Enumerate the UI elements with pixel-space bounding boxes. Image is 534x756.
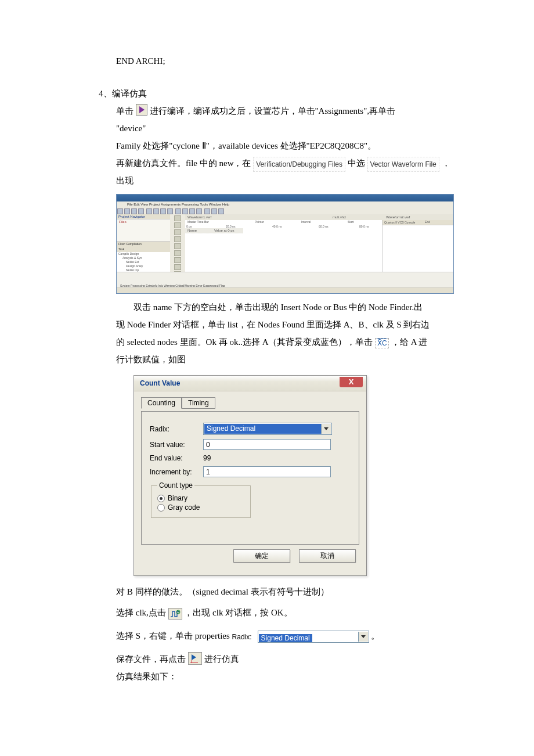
count-value-dialog: Count Value X CountingTiming Radix: Sign… [134,375,367,576]
paragraph: Family 处选择"cyclone Ⅱ"，available devices … [116,137,493,154]
radio-gray-code[interactable]: Gray code [157,503,244,512]
paragraph: 的 selected nodes 里面。Ok 再 ok..选择 A（其背景变成蓝… [116,333,493,351]
text: 中选 [348,159,367,168]
dialog-body: CountingTiming Radix: Signed Decimal Sta… [134,391,366,575]
inline-radix-control: Radix: Signed Decimal [232,630,369,644]
paragraph: 选择 clk,点击 ，出现 clk 对话框，按 OK。 [116,604,493,621]
paragraph: 行计数赋值，如图 [116,351,493,368]
paragraph: 保存文件，再点击 进行仿真 [116,650,493,668]
inline-image-label: Verification/Debugging Files [253,157,345,172]
count-type-legend: Count type [157,481,194,489]
tasks-header: Task [117,247,170,252]
dialog-title-bar: Count Value X [134,376,366,391]
text: 保存文件，再点击 [116,654,186,664]
ok-button[interactable]: 确定 [233,549,290,563]
dialog-title: Count Value [140,379,180,387]
dialog-buttons: 确定 取消 [141,545,359,567]
text: ，出现 clk 对话框，按 OK。 [184,608,292,617]
start-value-label: Start value: [150,441,203,449]
radix-label: Radix: [150,425,203,433]
end-value-text: 99 [203,454,211,462]
dialog-tabs: CountingTiming [141,397,359,409]
tab-timing[interactable]: Timing [182,397,215,409]
text: 进行仿真 [204,654,239,664]
start-value-input[interactable] [203,439,331,450]
paragraph: 再新建仿真文件。file 中的 new，在 Verification/Debug… [116,154,493,172]
document-page: END ARCHI; 4、编译仿真 单击 进行编译，编译成功之后，设置芯片，单击… [0,0,534,737]
radio-binary[interactable]: Binary [157,494,244,502]
waveform-toolbox [170,214,186,272]
col-header: Value at 0 ps [214,229,241,232]
tasks-flow: Flow: Compilation [117,242,170,247]
paragraph: 出现 [116,172,493,189]
radix-select-value: Signed Decimal [204,424,321,434]
end-value-label: End value: [150,454,203,462]
paragraph: 双击 name 下方的空白处，单击出现的 Insert Node or Bus … [116,298,493,316]
tree-item: Netlist Ext [117,260,170,264]
waveform-area [243,228,383,272]
tab-panel-counting: Radix: Signed Decimal Start value: End v… [141,411,359,545]
paragraph: 单击 进行编译，编译成功之后，设置芯片，单击"Assignments",再单击 [116,102,493,120]
paragraph: 现 Node Finder 对话框，单击 list，在 Nodes Found … [116,316,493,333]
chevron-down-icon[interactable] [358,632,368,642]
paragraph: 选择 S，右键，单击 properties Radix: Signed Deci… [116,627,493,645]
tasks-panel: Flow: Compilation Task Compile Design An… [117,241,170,272]
inline-image-label: Vector Waveform File [367,157,439,172]
text: 。 [371,631,380,640]
radix-select[interactable]: Signed Decimal [203,423,332,435]
interval-label: Interval [301,220,311,224]
section-title: 4、编译仿真 [99,85,493,102]
col-header: Name [187,229,214,232]
increment-input[interactable] [203,466,331,477]
radix-select[interactable]: Signed Decimal [258,631,369,643]
text: ， [442,159,450,168]
start-label: Start [348,220,354,224]
code-line: END ARCHI; [116,52,493,70]
right-panel: Quartus II VCS Console End [382,220,453,272]
tab-counting[interactable]: Counting [141,397,182,409]
radio-icon [157,504,165,512]
simulate-icon [188,652,202,665]
nav-files: Files [117,219,170,224]
messages-panel: System Processing ExtraInfo Info Warning… [117,272,453,287]
text: 再新建仿真文件。file 中的 new，在 [116,159,253,168]
master-time-bar-label: Master Time Bar [187,220,209,224]
radio-label: Gray code [168,503,200,512]
text: 选择 clk,点击 [116,608,168,617]
paragraph: 仿真结果如下： [116,668,493,685]
text: 的 selected nodes 里面。Ok 再 ok..选择 A（其背景变成蓝… [116,337,375,347]
tree-item: Design Analy [117,264,170,268]
close-button[interactable]: X [340,377,363,387]
cancel-button[interactable]: 取消 [299,549,356,563]
timeline-ruler: Master Time Bar Pointer Interval Start 0… [185,220,383,229]
tree-item: Analysis & Syn [117,256,170,260]
count-type-group: Count type Binary Gray code [151,481,251,518]
text: 选择 S，右键，单击 properties [116,631,230,640]
end-label: End [425,220,430,224]
nav-title: Project Navigator [117,214,170,219]
text: 进行编译，编译成功之后，设置芯片，单击"Assignments",再单击 [150,106,396,116]
increment-label: Increment by: [150,468,203,476]
play-icon [136,104,147,116]
status-bar [117,287,453,293]
clock-tool-icon [168,608,182,620]
tree-item: Compile Design [117,252,170,256]
radio-label: Binary [168,494,187,502]
pointer-label: Pointer [255,220,264,224]
paragraph: "device" [116,120,493,137]
text: ，给 A 进 [391,337,428,347]
paragraph: 对 B 同样的做法。（signed decimal 表示有符号十进制） [116,583,493,600]
xc-count-icon: X̄C [375,338,389,348]
waveform-name-column: Name Value at 0 ps [185,228,244,272]
right-panel-title: Quartus II VCS Console [383,220,453,225]
radix-select-value: Signed Decimal [259,634,312,642]
chevron-down-icon[interactable] [321,424,331,434]
quartus-screenshot: File Edit View Project Assignments Proce… [116,194,454,294]
radix-label: Radix: [232,630,252,644]
radio-icon [157,495,165,502]
text: 单击 [116,106,134,116]
